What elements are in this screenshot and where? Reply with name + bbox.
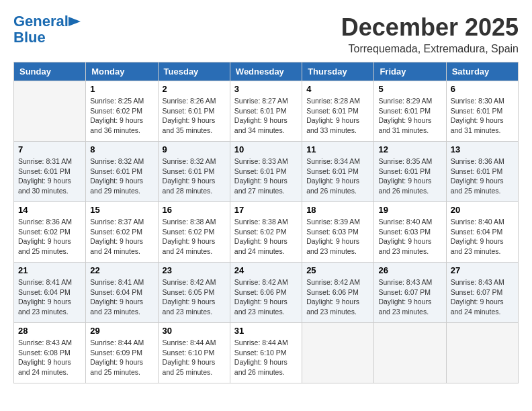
calendar-week-row: 14Sunrise: 8:36 AM Sunset: 6:02 PM Dayli… <box>14 202 519 263</box>
day-number: 28 <box>18 326 81 336</box>
calendar-cell <box>374 323 446 383</box>
day-number: 22 <box>90 265 153 275</box>
day-info: Sunrise: 8:36 AM Sunset: 6:02 PM Dayligh… <box>18 217 81 257</box>
calendar-cell: 6Sunrise: 8:30 AM Sunset: 6:01 PM Daylig… <box>446 81 518 142</box>
day-number: 10 <box>234 144 298 154</box>
day-info: Sunrise: 8:28 AM Sunset: 6:01 PM Dayligh… <box>306 96 369 136</box>
calendar-table: SundayMondayTuesdayWednesdayThursdayFrid… <box>13 62 519 383</box>
day-number: 18 <box>306 205 369 215</box>
day-number: 15 <box>90 205 153 215</box>
calendar-cell: 10Sunrise: 8:33 AM Sunset: 6:01 PM Dayli… <box>230 142 302 202</box>
day-info: Sunrise: 8:26 AM Sunset: 6:01 PM Dayligh… <box>163 96 226 136</box>
day-info: Sunrise: 8:42 AM Sunset: 6:05 PM Dayligh… <box>163 277 226 317</box>
day-number: 8 <box>90 144 153 154</box>
day-info: Sunrise: 8:32 AM Sunset: 6:01 PM Dayligh… <box>163 156 226 196</box>
calendar-cell: 26Sunrise: 8:43 AM Sunset: 6:07 PM Dayli… <box>374 263 446 323</box>
calendar-cell: 11Sunrise: 8:34 AM Sunset: 6:01 PM Dayli… <box>302 142 374 202</box>
calendar-week-row: 1Sunrise: 8:25 AM Sunset: 6:02 PM Daylig… <box>14 81 519 142</box>
calendar-cell <box>14 81 86 142</box>
day-number: 2 <box>163 84 226 94</box>
day-number: 6 <box>451 84 514 94</box>
day-number: 27 <box>451 265 514 275</box>
day-number: 3 <box>234 84 298 94</box>
day-number: 21 <box>18 265 81 275</box>
day-number: 14 <box>18 205 81 215</box>
page-header: General Blue December 2025 Torrequemada,… <box>13 13 519 55</box>
day-info: Sunrise: 8:35 AM Sunset: 6:01 PM Dayligh… <box>378 156 441 196</box>
logo-general: General <box>13 13 69 30</box>
day-info: Sunrise: 8:44 AM Sunset: 6:10 PM Dayligh… <box>163 338 226 377</box>
calendar-cell: 21Sunrise: 8:41 AM Sunset: 6:04 PM Dayli… <box>14 263 86 323</box>
day-number: 16 <box>163 205 226 215</box>
day-number: 7 <box>18 144 81 154</box>
logo-arrow-icon <box>69 17 81 26</box>
day-info: Sunrise: 8:39 AM Sunset: 6:03 PM Dayligh… <box>306 217 369 257</box>
svg-marker-0 <box>69 17 81 26</box>
calendar-header-saturday: Saturday <box>446 62 518 81</box>
day-number: 24 <box>234 265 298 275</box>
day-info: Sunrise: 8:41 AM Sunset: 6:04 PM Dayligh… <box>90 277 153 317</box>
day-number: 1 <box>90 84 153 94</box>
calendar-cell: 4Sunrise: 8:28 AM Sunset: 6:01 PM Daylig… <box>302 81 374 142</box>
calendar-header-tuesday: Tuesday <box>158 62 230 81</box>
day-info: Sunrise: 8:27 AM Sunset: 6:01 PM Dayligh… <box>234 96 298 136</box>
calendar-cell: 30Sunrise: 8:44 AM Sunset: 6:10 PM Dayli… <box>158 323 230 383</box>
day-info: Sunrise: 8:42 AM Sunset: 6:06 PM Dayligh… <box>306 277 369 317</box>
calendar-cell: 7Sunrise: 8:31 AM Sunset: 6:01 PM Daylig… <box>14 142 86 202</box>
day-info: Sunrise: 8:38 AM Sunset: 6:02 PM Dayligh… <box>234 217 298 257</box>
day-number: 31 <box>234 326 298 336</box>
day-info: Sunrise: 8:33 AM Sunset: 6:01 PM Dayligh… <box>234 156 298 196</box>
calendar-header-row: SundayMondayTuesdayWednesdayThursdayFrid… <box>14 62 519 81</box>
day-number: 4 <box>306 84 369 94</box>
month-title: December 2025 <box>341 13 519 42</box>
day-number: 25 <box>306 265 369 275</box>
day-number: 9 <box>163 144 226 154</box>
day-number: 29 <box>90 326 153 336</box>
calendar-cell: 23Sunrise: 8:42 AM Sunset: 6:05 PM Dayli… <box>158 263 230 323</box>
day-info: Sunrise: 8:32 AM Sunset: 6:01 PM Dayligh… <box>90 156 153 196</box>
calendar-cell: 13Sunrise: 8:36 AM Sunset: 6:01 PM Dayli… <box>446 142 518 202</box>
title-block: December 2025 Torrequemada, Extremadura,… <box>341 13 519 55</box>
calendar-cell: 14Sunrise: 8:36 AM Sunset: 6:02 PM Dayli… <box>14 202 86 263</box>
calendar-cell: 17Sunrise: 8:38 AM Sunset: 6:02 PM Dayli… <box>230 202 302 263</box>
calendar-cell: 15Sunrise: 8:37 AM Sunset: 6:02 PM Dayli… <box>86 202 158 263</box>
logo-text: General <box>13 13 69 30</box>
calendar-cell: 9Sunrise: 8:32 AM Sunset: 6:01 PM Daylig… <box>158 142 230 202</box>
calendar-cell: 24Sunrise: 8:42 AM Sunset: 6:06 PM Dayli… <box>230 263 302 323</box>
day-info: Sunrise: 8:29 AM Sunset: 6:01 PM Dayligh… <box>378 96 441 136</box>
logo-blue: Blue <box>13 29 46 46</box>
calendar-cell <box>446 323 518 383</box>
day-number: 19 <box>378 205 441 215</box>
day-info: Sunrise: 8:44 AM Sunset: 6:09 PM Dayligh… <box>90 338 153 377</box>
day-number: 30 <box>163 326 226 336</box>
calendar-cell: 29Sunrise: 8:44 AM Sunset: 6:09 PM Dayli… <box>86 323 158 383</box>
day-number: 12 <box>378 144 441 154</box>
day-number: 5 <box>378 84 441 94</box>
calendar-cell: 27Sunrise: 8:43 AM Sunset: 6:07 PM Dayli… <box>446 263 518 323</box>
location-subtitle: Torrequemada, Extremadura, Spain <box>341 43 519 55</box>
calendar-cell: 1Sunrise: 8:25 AM Sunset: 6:02 PM Daylig… <box>86 81 158 142</box>
calendar-cell: 12Sunrise: 8:35 AM Sunset: 6:01 PM Dayli… <box>374 142 446 202</box>
calendar-cell: 28Sunrise: 8:43 AM Sunset: 6:08 PM Dayli… <box>14 323 86 383</box>
day-number: 23 <box>163 265 226 275</box>
day-info: Sunrise: 8:40 AM Sunset: 6:04 PM Dayligh… <box>451 217 514 257</box>
day-info: Sunrise: 8:41 AM Sunset: 6:04 PM Dayligh… <box>18 277 81 317</box>
day-info: Sunrise: 8:43 AM Sunset: 6:07 PM Dayligh… <box>378 277 441 317</box>
calendar-cell: 19Sunrise: 8:40 AM Sunset: 6:03 PM Dayli… <box>374 202 446 263</box>
calendar-week-row: 21Sunrise: 8:41 AM Sunset: 6:04 PM Dayli… <box>14 263 519 323</box>
calendar-cell: 5Sunrise: 8:29 AM Sunset: 6:01 PM Daylig… <box>374 81 446 142</box>
calendar-cell: 16Sunrise: 8:38 AM Sunset: 6:02 PM Dayli… <box>158 202 230 263</box>
day-info: Sunrise: 8:43 AM Sunset: 6:07 PM Dayligh… <box>451 277 514 317</box>
calendar-cell: 20Sunrise: 8:40 AM Sunset: 6:04 PM Dayli… <box>446 202 518 263</box>
calendar-header-sunday: Sunday <box>14 62 86 81</box>
day-number: 17 <box>234 205 298 215</box>
calendar-week-row: 28Sunrise: 8:43 AM Sunset: 6:08 PM Dayli… <box>14 323 519 383</box>
calendar-cell: 18Sunrise: 8:39 AM Sunset: 6:03 PM Dayli… <box>302 202 374 263</box>
day-info: Sunrise: 8:44 AM Sunset: 6:10 PM Dayligh… <box>234 338 298 377</box>
calendar-cell: 8Sunrise: 8:32 AM Sunset: 6:01 PM Daylig… <box>86 142 158 202</box>
day-info: Sunrise: 8:31 AM Sunset: 6:01 PM Dayligh… <box>18 156 81 196</box>
day-info: Sunrise: 8:42 AM Sunset: 6:06 PM Dayligh… <box>234 277 298 317</box>
calendar-header-thursday: Thursday <box>302 62 374 81</box>
calendar-cell: 22Sunrise: 8:41 AM Sunset: 6:04 PM Dayli… <box>86 263 158 323</box>
calendar-header-friday: Friday <box>374 62 446 81</box>
